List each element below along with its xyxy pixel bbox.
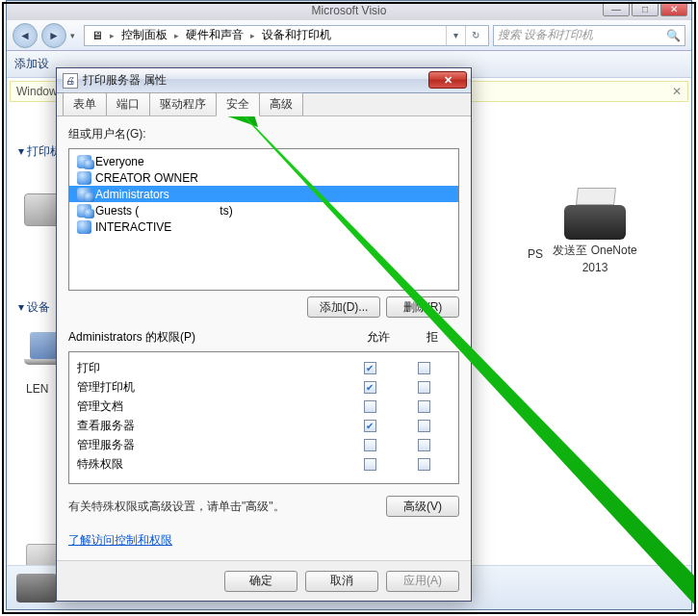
group-icon xyxy=(77,155,91,168)
permission-label: 查看服务器 xyxy=(77,418,343,434)
user-icon xyxy=(77,220,91,234)
permission-row: 查看服务器 xyxy=(77,416,451,435)
breadcrumb-sep: ▸ xyxy=(250,31,255,40)
permission-label: 打印 xyxy=(77,360,343,376)
search-input[interactable]: 搜索 设备和打印机 🔍 xyxy=(493,25,685,46)
dialog-body: 组或用户名(G): EveryoneCREATOR OWNERAdministr… xyxy=(57,116,471,560)
group-icon xyxy=(77,188,91,201)
back-button[interactable]: ◄ xyxy=(13,23,38,48)
onenote-label-1: 发送至 OneNote xyxy=(553,244,636,257)
dialog-titlebar: 🖨 打印服务器 属性 ✕ xyxy=(57,68,471,93)
cancel-button[interactable]: 取消 xyxy=(305,571,378,592)
breadcrumb-sep: ▸ xyxy=(110,31,115,40)
search-placeholder: 搜索 设备和打印机 xyxy=(498,27,593,43)
principal-row[interactable]: Everyone xyxy=(69,153,458,169)
add-button[interactable]: 添加(D)... xyxy=(307,296,380,318)
tab-drivers[interactable]: 驱动程序 xyxy=(149,92,217,116)
principal-row[interactable]: INTERACTIVE xyxy=(69,218,458,235)
permission-label: 特殊权限 xyxy=(77,456,343,473)
close-button[interactable]: ✕ xyxy=(660,2,687,16)
deny-checkbox[interactable] xyxy=(418,400,430,413)
advanced-button[interactable]: 高级(V) xyxy=(386,496,459,517)
allow-checkbox[interactable] xyxy=(364,439,376,451)
tab-advanced[interactable]: 高级 xyxy=(259,92,303,116)
principal-name: Guests ( xyxy=(95,204,139,218)
permission-row: 管理打印机 xyxy=(77,377,451,397)
printer-icon xyxy=(561,192,629,240)
breadcrumb-mid[interactable]: 硬件和声音 xyxy=(183,27,246,43)
breadcrumb-sep: ▸ xyxy=(174,31,179,40)
breadcrumb-root[interactable]: 控制面板 xyxy=(118,27,170,43)
tab-forms[interactable]: 表单 xyxy=(63,92,107,116)
tabstrip: 表单 端口 驱动程序 安全 高级 xyxy=(57,93,471,116)
ok-button[interactable]: 确定 xyxy=(224,571,297,592)
forward-button[interactable]: ► xyxy=(41,23,66,48)
deny-checkbox[interactable] xyxy=(418,381,430,394)
add-device-button[interactable]: 添加设 xyxy=(14,56,49,72)
principals-listbox[interactable]: EveryoneCREATOR OWNERAdministratorsGuest… xyxy=(68,148,459,291)
dialog-close-button[interactable]: ✕ xyxy=(428,71,467,89)
principal-name: INTERACTIVE xyxy=(95,220,171,234)
dialog-icon: 🖨 xyxy=(63,73,78,89)
permission-label: 管理服务器 xyxy=(77,437,343,453)
deny-checkbox[interactable] xyxy=(418,458,430,471)
principal-name: Everyone xyxy=(95,155,144,168)
remove-button[interactable]: 删除(R) xyxy=(386,296,459,318)
principal-row[interactable]: CREATOR OWNER xyxy=(69,169,458,186)
permission-label: 管理打印机 xyxy=(77,379,343,396)
allow-checkbox[interactable] xyxy=(364,420,376,432)
section-devices[interactable]: ▾ 设备 xyxy=(18,299,50,316)
info-text: Window xyxy=(16,85,58,98)
dialog-footer: 确定 取消 应用(A) xyxy=(57,560,471,601)
allow-checkbox[interactable] xyxy=(364,362,376,374)
deny-header: 拒 xyxy=(405,329,459,346)
allow-checkbox[interactable] xyxy=(364,400,376,413)
maximize-button[interactable]: □ xyxy=(632,2,659,16)
onenote-printer-item[interactable]: 发送至 OneNote 2013 xyxy=(528,192,662,275)
user-icon xyxy=(77,171,91,185)
advanced-hint: 有关特殊权限或高级设置，请单击"高级"。 xyxy=(68,499,386,515)
breadcrumb-icon[interactable]: 🖥 xyxy=(89,29,106,42)
search-icon[interactable]: 🔍 xyxy=(666,29,681,42)
titlebar: Microsoft Visio — □ ✕ xyxy=(7,1,691,20)
allow-header: 允许 xyxy=(351,329,405,346)
dialog-title: 打印服务器 属性 xyxy=(83,72,167,89)
permission-row: 特殊权限 xyxy=(77,454,451,474)
info-close-icon[interactable]: ✕ xyxy=(672,85,682,98)
onenote-label-2: 2013 xyxy=(582,261,608,274)
permission-label: 管理文档 xyxy=(77,398,343,415)
permission-row: 管理服务器 xyxy=(77,435,451,454)
principal-row[interactable]: Guests (ts) xyxy=(69,202,458,218)
permission-row: 打印 xyxy=(77,358,451,377)
breadcrumb-leaf[interactable]: 设备和打印机 xyxy=(259,27,334,43)
deny-checkbox[interactable] xyxy=(418,420,430,432)
nav-toolbar: ◄ ► ▾ 🖥 ▸ 控制面板 ▸ 硬件和声音 ▸ 设备和打印机 ▾ ↻ 搜索 设… xyxy=(7,20,691,51)
group-users-label: 组或用户名(G): xyxy=(68,126,459,142)
permission-row: 管理文档 xyxy=(77,397,451,416)
tab-security[interactable]: 安全 xyxy=(216,92,260,116)
deny-checkbox[interactable] xyxy=(418,439,430,451)
principal-name: CREATOR OWNER xyxy=(95,171,198,185)
title-text: Microsoft Visio xyxy=(312,4,387,17)
allow-checkbox[interactable] xyxy=(364,381,376,394)
details-thumbnail xyxy=(16,574,57,603)
breadcrumb-dropdown[interactable]: ▾ xyxy=(446,26,465,45)
minimize-button[interactable]: — xyxy=(603,2,630,16)
group-icon xyxy=(77,204,91,218)
apply-button[interactable]: 应用(A) xyxy=(386,571,459,592)
breadcrumb[interactable]: 🖥 ▸ 控制面板 ▸ 硬件和声音 ▸ 设备和打印机 ▾ ↻ xyxy=(84,25,489,46)
principal-extra: ts) xyxy=(220,204,232,218)
principal-name: Administrators xyxy=(95,188,169,201)
allow-checkbox[interactable] xyxy=(364,458,376,471)
learn-acl-link[interactable]: 了解访问控制和权限 xyxy=(68,532,459,549)
laptop-label: LEN xyxy=(26,382,48,396)
permissions-caption: Administrators 的权限(P) xyxy=(68,329,351,346)
tab-ports[interactable]: 端口 xyxy=(106,92,150,116)
print-server-properties-dialog: 🖨 打印服务器 属性 ✕ 表单 端口 驱动程序 安全 高级 组或用户名(G): … xyxy=(56,67,472,602)
permissions-listbox[interactable]: 打印管理打印机管理文档查看服务器管理服务器特殊权限 xyxy=(68,351,459,484)
nav-history-dropdown[interactable]: ▾ xyxy=(70,31,80,40)
refresh-button[interactable]: ↻ xyxy=(465,26,484,45)
principal-row[interactable]: Administrators xyxy=(69,186,458,202)
deny-checkbox[interactable] xyxy=(418,362,430,374)
